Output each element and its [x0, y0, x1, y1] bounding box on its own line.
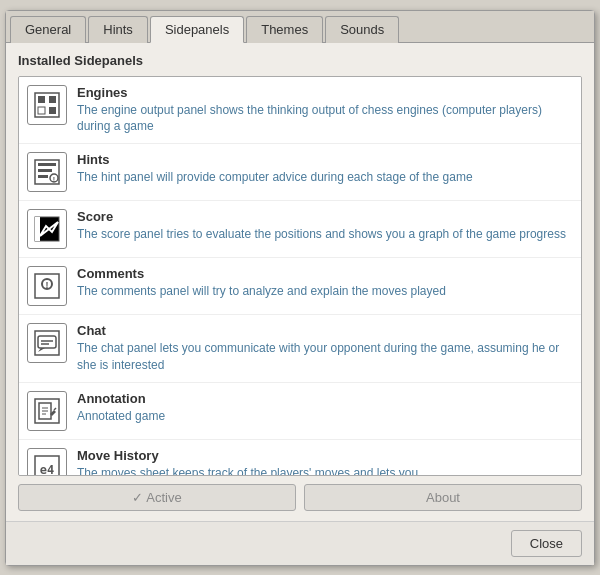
svg-text:!: !	[46, 280, 49, 290]
hints-title: Hints	[77, 152, 573, 167]
score-desc: The score panel tries to evaluate the po…	[77, 226, 573, 243]
hints-icon: !	[27, 152, 67, 192]
svg-rect-1	[38, 96, 45, 103]
annotation-title: Annotation	[77, 391, 573, 406]
engines-title: Engines	[77, 85, 573, 100]
hints-text: Hints The hint panel will provide comput…	[77, 152, 573, 186]
list-item[interactable]: Score The score panel tries to evaluate …	[19, 201, 581, 258]
tab-bar: General Hints Sidepanels Themes Sounds	[6, 11, 594, 43]
tab-sounds[interactable]: Sounds	[325, 16, 399, 43]
score-icon	[27, 209, 67, 249]
svg-text:e4: e4	[40, 463, 54, 476]
comments-title: Comments	[77, 266, 573, 281]
svg-marker-13	[35, 217, 40, 241]
chat-desc: The chat panel lets you communicate with…	[77, 340, 573, 374]
active-icon: ✓	[132, 490, 146, 505]
score-text: Score The score panel tries to evaluate …	[77, 209, 573, 243]
list-item[interactable]: Engines The engine output panel shows th…	[19, 77, 581, 145]
movehistory-title: Move History	[77, 448, 573, 463]
svg-rect-6	[38, 163, 56, 166]
content-area: Installed Sidepanels Engines The engine …	[6, 43, 594, 521]
list-item[interactable]: Chat The chat panel lets you communicate…	[19, 315, 581, 383]
hints-desc: The hint panel will provide computer adv…	[77, 169, 573, 186]
engines-icon	[27, 85, 67, 125]
comments-icon: !	[27, 266, 67, 306]
movehistory-text: Move History The moves sheet keeps track…	[77, 448, 573, 476]
footer: Close	[6, 521, 594, 565]
active-button[interactable]: ✓ Active	[18, 484, 296, 511]
section-title: Installed Sidepanels	[18, 53, 582, 68]
movehistory-icon: e4	[27, 448, 67, 476]
score-title: Score	[77, 209, 573, 224]
about-button[interactable]: About	[304, 484, 582, 511]
action-buttons: ✓ Active About	[18, 484, 582, 511]
svg-rect-3	[38, 107, 45, 114]
list-item[interactable]: ! Hints The hint panel will provide comp…	[19, 144, 581, 201]
chat-title: Chat	[77, 323, 573, 338]
engines-text: Engines The engine output panel shows th…	[77, 85, 573, 136]
svg-rect-2	[49, 96, 56, 103]
annotation-desc: Annotated game	[77, 408, 573, 425]
comments-desc: The comments panel will try to analyze a…	[77, 283, 573, 300]
engines-desc: The engine output panel shows the thinki…	[77, 102, 573, 136]
tab-sidepanels[interactable]: Sidepanels	[150, 16, 244, 43]
annotation-text: Annotation Annotated game	[77, 391, 573, 425]
chat-text: Chat The chat panel lets you communicate…	[77, 323, 573, 374]
svg-rect-4	[49, 107, 56, 114]
sidepanels-list[interactable]: Engines The engine output panel shows th…	[18, 76, 582, 476]
annotation-icon	[27, 391, 67, 431]
main-window: General Hints Sidepanels Themes Sounds I…	[5, 10, 595, 566]
svg-rect-8	[38, 175, 48, 178]
tab-general[interactable]: General	[10, 16, 86, 43]
close-button[interactable]: Close	[511, 530, 582, 557]
svg-text:!: !	[53, 176, 55, 183]
list-item[interactable]: e4 Move History The moves sheet keeps tr…	[19, 440, 581, 476]
chat-icon	[27, 323, 67, 363]
list-item[interactable]: ! Comments The comments panel will try t…	[19, 258, 581, 315]
comments-text: Comments The comments panel will try to …	[77, 266, 573, 300]
tab-hints[interactable]: Hints	[88, 16, 148, 43]
tab-themes[interactable]: Themes	[246, 16, 323, 43]
list-item[interactable]: Annotation Annotated game	[19, 383, 581, 440]
svg-rect-7	[38, 169, 52, 172]
movehistory-desc: The moves sheet keeps track of the playe…	[77, 465, 573, 476]
